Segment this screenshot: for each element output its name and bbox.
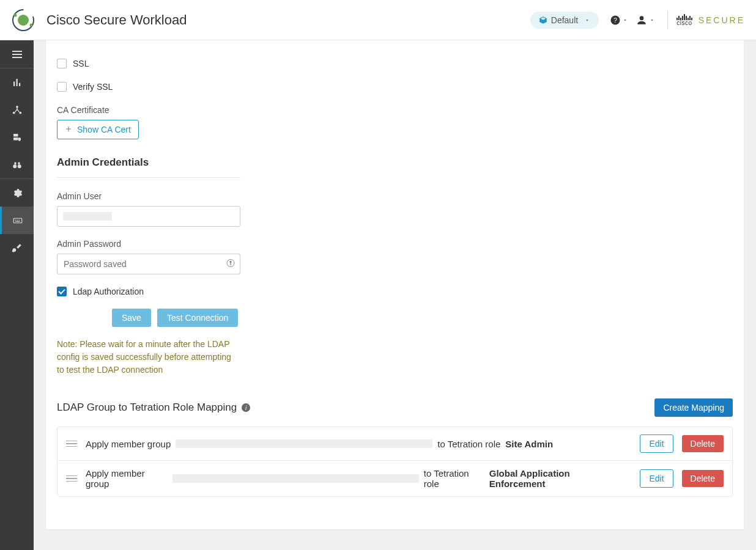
- caret-down-icon: [584, 15, 590, 25]
- svg-rect-16: [15, 219, 17, 220]
- cisco-bars-icon: [676, 14, 692, 20]
- mapping-list: Apply member group to Tetration role Sit…: [57, 427, 733, 497]
- svg-rect-18: [19, 219, 20, 220]
- ldap-auth-row: Ldap Authorization: [57, 287, 240, 296]
- ssl-checkbox-row: SSL: [57, 59, 240, 68]
- user-icon: [636, 14, 648, 26]
- cisco-secure-brand: cisco SECURE: [676, 14, 745, 26]
- network-icon: [12, 105, 23, 116]
- svg-point-1: [18, 15, 29, 26]
- server-shield-icon: [12, 132, 23, 143]
- bar-chart-icon: [12, 77, 23, 88]
- admin-user-label: Admin User: [57, 191, 240, 201]
- admin-credentials-title: Admin Credentials: [57, 156, 240, 169]
- mapping-row: Apply member group to Tetration role Sit…: [57, 427, 732, 461]
- ssl-checkbox[interactable]: [57, 59, 67, 68]
- section-divider: [57, 177, 240, 178]
- app-logo: [11, 8, 35, 32]
- binoculars-icon: [12, 160, 23, 170]
- password-icon: [226, 258, 235, 270]
- svg-rect-15: [13, 218, 22, 223]
- show-ca-cert-button[interactable]: Show CA Cert: [57, 120, 139, 139]
- mapping-prefix: Apply member group: [86, 468, 168, 489]
- mapping-prefix: Apply member group: [86, 439, 171, 449]
- app-title: Cisco Secure Workload: [46, 12, 187, 28]
- drag-handle-icon[interactable]: [66, 475, 77, 482]
- ldap-note: Note: Please wait for a minute after the…: [57, 338, 240, 376]
- create-mapping-button[interactable]: Create Mapping: [654, 398, 733, 417]
- svg-rect-13: [14, 162, 16, 164]
- mapping-role: Site Admin: [505, 439, 553, 449]
- svg-rect-19: [15, 221, 20, 221]
- mapping-section-title: LDAP Group to Tetration Role Mapping i: [57, 402, 250, 414]
- cisco-text: cisco: [676, 20, 692, 26]
- ca-cert-label: CA Certificate: [57, 105, 240, 115]
- keyboard-icon: [12, 215, 23, 226]
- svg-point-11: [13, 164, 17, 168]
- redacted-value: [63, 212, 112, 221]
- show-ca-cert-label: Show CA Cert: [77, 125, 131, 134]
- mapping-title-text: LDAP Group to Tetration Role Mapping: [57, 402, 237, 414]
- test-connection-button[interactable]: Test Connection: [157, 309, 238, 327]
- sidebar-item-platform[interactable]: [0, 207, 34, 234]
- verify-ssl-checkbox-row: Verify SSL: [57, 82, 240, 92]
- sidebar-item-workloads[interactable]: [0, 123, 34, 151]
- sidebar-item-settings[interactable]: [0, 179, 34, 207]
- info-icon[interactable]: i: [242, 403, 250, 412]
- cube-icon: [539, 16, 547, 24]
- svg-point-21: [229, 261, 231, 263]
- chevron-down-icon: [622, 17, 628, 23]
- main-content: SSL Verify SSL CA Certificate Show CA Ce…: [34, 40, 756, 550]
- ldap-auth-checkbox[interactable]: [57, 287, 67, 296]
- admin-password-input[interactable]: [57, 254, 240, 274]
- app-header: Cisco Secure Workload Default ? cisco SE…: [0, 0, 756, 40]
- secure-text: SECURE: [699, 15, 745, 25]
- delete-button[interactable]: Delete: [682, 470, 724, 487]
- edit-button[interactable]: Edit: [640, 435, 673, 453]
- svg-point-3: [30, 23, 33, 26]
- header-divider: [667, 11, 668, 29]
- svg-point-8: [19, 111, 21, 114]
- help-icon: ?: [610, 15, 621, 26]
- chevron-down-icon: [649, 17, 655, 23]
- sidebar-item-tools[interactable]: [0, 234, 34, 262]
- mapping-row: Apply member group to Tetration role Glo…: [57, 461, 732, 496]
- help-menu[interactable]: ?: [606, 12, 632, 28]
- ssl-label: SSL: [73, 59, 89, 68]
- sidebar-menu-toggle[interactable]: [0, 40, 34, 68]
- verify-ssl-label: Verify SSL: [73, 82, 113, 92]
- mapping-text: Apply member group to Tetration role Glo…: [86, 468, 623, 489]
- sidebar-item-dashboard[interactable]: [0, 68, 34, 96]
- admin-password-label: Admin Password: [57, 239, 240, 249]
- sidebar-item-investigate[interactable]: [0, 151, 34, 178]
- svg-rect-9: [13, 134, 18, 137]
- tenant-label: Default: [551, 15, 578, 25]
- svg-rect-17: [17, 219, 18, 220]
- svg-point-2: [14, 13, 17, 16]
- sidebar-item-topology[interactable]: [0, 96, 34, 123]
- svg-point-7: [12, 111, 15, 114]
- save-button[interactable]: Save: [112, 309, 151, 327]
- svg-point-12: [17, 164, 21, 168]
- mapping-role: Global Application Enforcement: [489, 468, 623, 489]
- config-panel: SSL Verify SSL CA Certificate Show CA Ce…: [46, 40, 744, 529]
- svg-rect-14: [18, 162, 20, 164]
- mapping-mid: to Tetration role: [424, 468, 484, 489]
- drag-handle-icon[interactable]: [66, 441, 77, 447]
- tenant-selector[interactable]: Default: [530, 12, 599, 29]
- plus-icon: [65, 125, 72, 134]
- mapping-text: Apply member group to Tetration role Sit…: [86, 439, 553, 449]
- user-menu[interactable]: [632, 12, 659, 29]
- gear-icon: [12, 188, 23, 199]
- svg-point-6: [16, 105, 18, 108]
- svg-text:?: ?: [613, 16, 617, 23]
- ldap-auth-label: Ldap Authorization: [73, 287, 144, 296]
- delete-button[interactable]: Delete: [682, 435, 724, 452]
- hamburger-icon: [12, 51, 22, 58]
- tools-icon: [12, 243, 23, 254]
- svg-rect-10: [13, 138, 18, 141]
- verify-ssl-checkbox[interactable]: [57, 82, 67, 92]
- edit-button[interactable]: Edit: [640, 469, 673, 488]
- sidebar-nav: [0, 40, 34, 550]
- redacted-group: [176, 439, 432, 448]
